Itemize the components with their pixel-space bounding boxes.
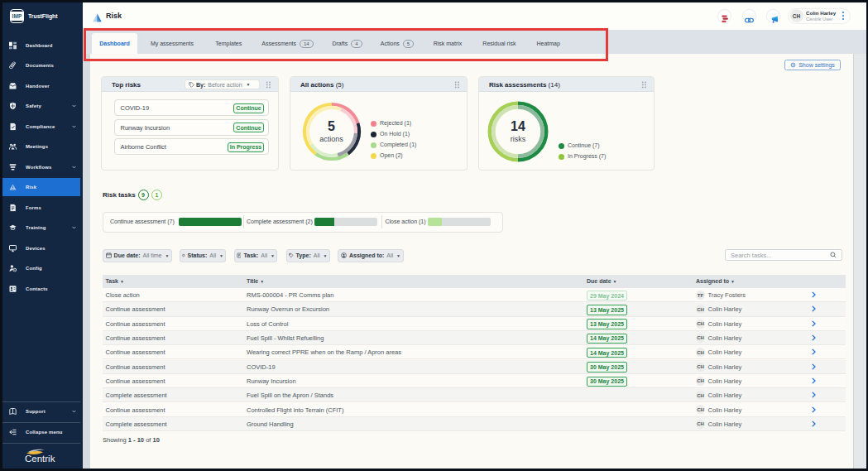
svg-text:Centrik: Centrik <box>25 454 55 464</box>
